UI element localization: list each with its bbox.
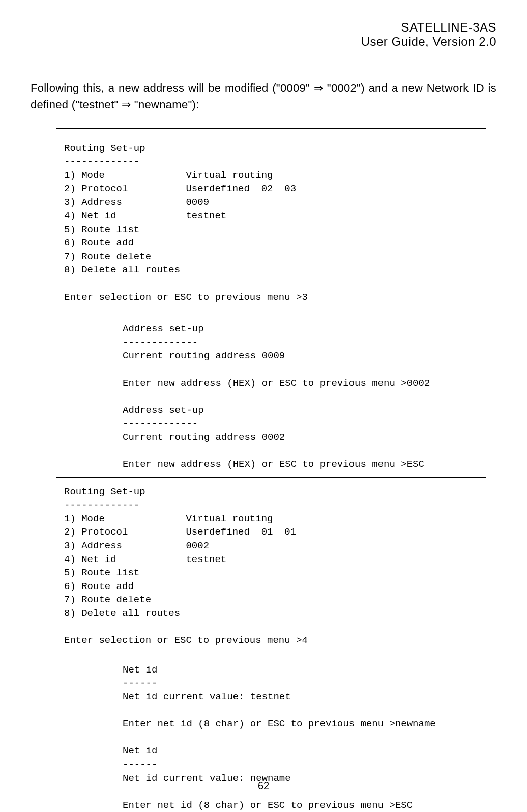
intro-text: Following this, a new address will be mo… (31, 79, 496, 113)
arrow-icon: ⇒ (122, 98, 131, 111)
routing-setup-terminal-2: Routing Set-up ------------- 1) Mode Vir… (56, 477, 486, 653)
header-line2: User Guide, Version 2.0 (31, 35, 496, 49)
routing-setup-terminal-1: Routing Set-up ------------- 1) Mode Vir… (56, 128, 486, 312)
intro-part1: Following this, a new address will be mo… (31, 81, 314, 94)
netid-terminal: Net id ------ Net id current value: test… (112, 653, 486, 812)
page-header: SATELLINE-3AS User Guide, Version 2.0 (31, 20, 496, 49)
header-line1: SATELLINE-3AS (31, 20, 496, 35)
address-setup-terminal: Address set-up ------------- Current rou… (112, 312, 486, 477)
intro-part3: "newname"): (131, 98, 199, 111)
page-number: 62 (258, 780, 269, 792)
arrow-icon: ⇒ (314, 81, 323, 94)
